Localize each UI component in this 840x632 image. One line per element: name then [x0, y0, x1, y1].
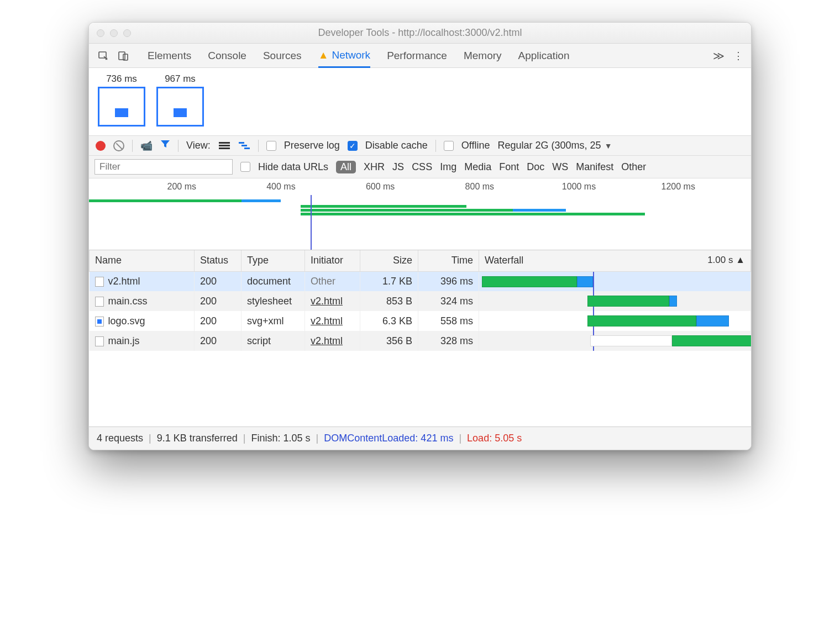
timeline-tick: 800 ms [465, 182, 494, 192]
timeline-tick: 600 ms [366, 182, 395, 192]
request-initiator[interactable]: v2.html [311, 335, 343, 346]
filmstrip-thumb [98, 87, 145, 127]
filter-type-all[interactable]: All [336, 161, 356, 173]
request-time: 328 ms [418, 331, 479, 351]
filmstrip-frame[interactable]: 967 ms [156, 73, 204, 127]
request-type: script [242, 331, 305, 351]
large-rows-icon[interactable] [218, 141, 230, 150]
tab-elements[interactable]: Elements [148, 44, 191, 67]
table-row[interactable]: v2.html200documentOther1.7 KB396 ms [90, 271, 751, 291]
device-toolbar-icon[interactable] [113, 44, 133, 67]
request-name: v2.html [108, 276, 140, 287]
filter-type-js[interactable]: JS [392, 161, 404, 173]
settings-menu-icon[interactable]: ⋮ [730, 44, 747, 67]
svg-rect-4 [219, 145, 230, 146]
screenshots-icon[interactable]: 📹 [140, 140, 153, 152]
request-status: 200 [195, 271, 242, 291]
filmstrip-frame-label: 736 ms [106, 73, 137, 85]
svg-rect-5 [219, 148, 230, 149]
filter-type-manifest[interactable]: Manifest [576, 161, 613, 173]
hide-data-urls-checkbox[interactable] [240, 162, 250, 172]
filmstrip-frame[interactable]: 736 ms [98, 73, 145, 127]
col-waterfall[interactable]: Waterfall 1.00 s ▲ [479, 250, 751, 271]
tab-sources[interactable]: Sources [263, 44, 302, 67]
request-table-wrap: Name Status Type Initiator Size Time Wat… [89, 250, 751, 427]
filter-input[interactable] [95, 159, 233, 175]
request-size: 853 B [360, 291, 418, 311]
preserve-log-checkbox[interactable] [266, 141, 276, 151]
col-initiator[interactable]: Initiator [305, 250, 360, 271]
filter-type-media[interactable]: Media [464, 161, 491, 173]
window-controls [89, 29, 131, 37]
file-icon [95, 317, 104, 326]
col-name[interactable]: Name [90, 250, 195, 271]
filter-type-doc[interactable]: Doc [527, 161, 544, 173]
minimize-window-icon[interactable] [110, 29, 118, 37]
tab-performance[interactable]: Performance [387, 44, 447, 67]
timeline-tick: 1200 ms [662, 182, 695, 192]
table-row[interactable]: logo.svg200svg+xmlv2.html6.3 KB558 ms [90, 311, 751, 331]
summary-dcl: DOMContentLoaded: 421 ms [324, 433, 453, 444]
filter-bar: Hide data URLs All XHR JS CSS Img Media … [89, 156, 751, 178]
file-icon [95, 336, 104, 346]
col-status[interactable]: Status [195, 250, 242, 271]
timeline-overview[interactable]: 200 ms 400 ms 600 ms 800 ms 1000 ms 1200… [89, 178, 751, 250]
inspect-element-icon[interactable] [93, 44, 113, 67]
file-icon [95, 277, 104, 287]
request-initiator[interactable]: v2.html [311, 315, 343, 326]
summary-transferred: 9.1 KB transferred [157, 433, 238, 444]
summary-requests: 4 requests [97, 433, 143, 444]
request-name: main.css [108, 296, 148, 307]
tab-application[interactable]: Application [518, 44, 570, 67]
request-size: 356 B [360, 331, 418, 351]
network-toolbar: 📹 View: Preserve log ✓ Disable cache Off… [89, 136, 751, 156]
more-tabs-icon[interactable]: ≫ [707, 44, 730, 67]
table-row[interactable]: main.js200scriptv2.html356 B328 ms [90, 331, 751, 351]
offline-label: Offline [461, 140, 490, 151]
request-name: logo.svg [108, 315, 145, 326]
svg-rect-1 [119, 52, 125, 60]
offline-checkbox[interactable] [444, 141, 454, 151]
request-status: 200 [195, 311, 242, 331]
tab-network[interactable]: ▲ Network [318, 44, 371, 68]
filmstrip-frame-label: 967 ms [165, 73, 196, 85]
zoom-window-icon[interactable] [123, 29, 131, 37]
disable-cache-checkbox[interactable]: ✓ [348, 141, 358, 151]
timeline-tick: 200 ms [167, 182, 196, 192]
panel-tabbar: Elements Console Sources ▲ Network Perfo… [89, 44, 751, 68]
clear-icon[interactable] [113, 140, 124, 151]
waterfall-scale: 1.00 s ▲ [707, 255, 745, 266]
tab-console[interactable]: Console [208, 44, 246, 67]
record-icon[interactable] [96, 141, 106, 151]
summary-load: Load: 5.05 s [467, 433, 522, 444]
filter-type-img[interactable]: Img [440, 161, 456, 173]
request-initiator[interactable]: v2.html [311, 296, 343, 307]
filmstrip: 736 ms 967 ms [89, 68, 751, 136]
col-time[interactable]: Time [418, 250, 479, 271]
request-waterfall [479, 331, 751, 351]
svg-rect-6 [239, 142, 244, 144]
throttle-select[interactable]: Regular 2G (300ms, 25 ▼ [498, 140, 612, 151]
request-table: Name Status Type Initiator Size Time Wat… [89, 250, 751, 351]
waterfall-view-icon[interactable] [238, 141, 250, 150]
request-name: main.js [108, 335, 140, 346]
filter-type-xhr[interactable]: XHR [364, 161, 385, 173]
col-type[interactable]: Type [242, 250, 305, 271]
summary-finish: Finish: 1.05 s [251, 433, 311, 444]
filter-toggle-icon[interactable] [160, 139, 170, 152]
request-size: 1.7 KB [360, 271, 418, 291]
col-size[interactable]: Size [360, 250, 418, 271]
table-row[interactable]: main.css200stylesheetv2.html853 B324 ms [90, 291, 751, 311]
close-window-icon[interactable] [97, 29, 104, 37]
filter-type-ws[interactable]: WS [552, 161, 568, 173]
tab-memory[interactable]: Memory [464, 44, 502, 67]
filter-type-font[interactable]: Font [499, 161, 519, 173]
request-size: 6.3 KB [360, 311, 418, 331]
filmstrip-thumb [156, 87, 204, 127]
request-time: 396 ms [418, 271, 479, 291]
filter-type-other[interactable]: Other [621, 161, 646, 173]
request-waterfall [479, 291, 751, 311]
request-waterfall [479, 271, 751, 291]
request-type: svg+xml [242, 311, 305, 331]
filter-type-css[interactable]: CSS [412, 161, 432, 173]
